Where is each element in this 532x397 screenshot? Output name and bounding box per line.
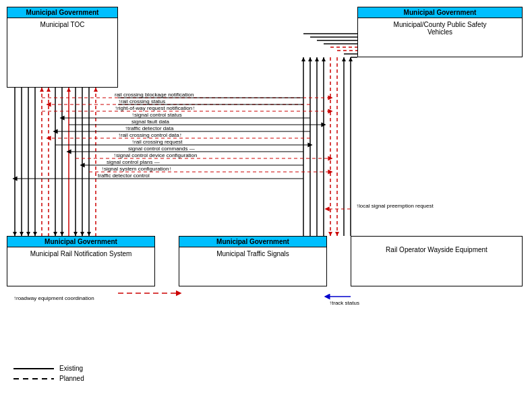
svg-marker-71 [67,88,71,92]
legend-planned: Planned [13,375,84,382]
svg-text:signal control commands —: signal control commands — [128,146,195,152]
svg-text:↑signal control device configu: ↑signal control device configuration [113,152,198,158]
svg-marker-68 [47,88,51,92]
svg-text:↑roadway equipment coordinatio: ↑roadway equipment coordination [13,295,94,301]
safety-header: Municipal Government [358,7,522,18]
svg-text:↑track status: ↑track status [329,300,359,306]
svg-marker-78 [315,57,319,61]
svg-text:↑right-of-way request notifica: ↑right-of-way request notification↑ [115,105,195,111]
rail-notify-label: Municipal Rail Notification System [7,247,154,260]
svg-text:↑signal system configuration↑: ↑signal system configuration↑ [101,166,172,172]
svg-marker-77 [308,57,312,61]
legend: Existing Planned [13,365,84,385]
svg-text:signal fault data: signal fault data [131,119,170,125]
svg-marker-79 [322,57,326,61]
legend-existing: Existing [13,365,84,372]
box-safety: Municipal Government Municipal/County Pu… [357,7,523,57]
wayside-label: Rail Operator Wayside Equipment [351,243,522,256]
existing-label: Existing [59,365,83,372]
svg-marker-83 [349,57,353,61]
existing-line [13,368,54,369]
svg-text:↑local signal preemption reque: ↑local signal preemption request [356,203,434,209]
diagram-container: Municipal Government Municipal TOC Munic… [0,0,532,397]
safety-label: Municipal/County Public SafetyVehicles [358,18,522,38]
svg-text:↑rail crossing status: ↑rail crossing status [118,98,165,104]
planned-label: Planned [59,375,84,382]
svg-text:↑signal control status: ↑signal control status [131,112,182,118]
svg-text:↑rail crossing request: ↑rail crossing request [131,139,183,145]
planned-line [13,378,54,379]
svg-marker-67 [40,88,44,92]
svg-marker-80 [328,232,332,236]
box-rail-notify: Municipal Government Municipal Rail Noti… [7,236,155,286]
svg-text:traffic detector control: traffic detector control [98,173,150,179]
svg-marker-81 [335,232,339,236]
box-signals: Municipal Government Municipal Traffic S… [179,236,327,286]
box-toc: Municipal Government Municipal TOC [7,7,118,88]
toc-header: Municipal Government [7,7,117,18]
signals-label: Municipal Traffic Signals [179,247,326,260]
svg-text:↑rail crossing control data↑: ↑rail crossing control data↑ [118,132,182,138]
box-wayside: Rail Operator Wayside Equipment [351,236,523,286]
svg-text:↑traffic detector data: ↑traffic detector data [125,125,174,131]
svg-marker-82 [342,57,346,61]
signals-header: Municipal Government [179,237,326,247]
svg-text:signal control plans —: signal control plans — [107,159,160,165]
svg-text:rail crossing blockage notific: rail crossing blockage notification [115,92,194,98]
toc-label: Municipal TOC [7,18,117,31]
svg-marker-75 [94,88,98,92]
svg-marker-76 [301,57,305,61]
rail-notify-header: Municipal Government [7,237,154,247]
